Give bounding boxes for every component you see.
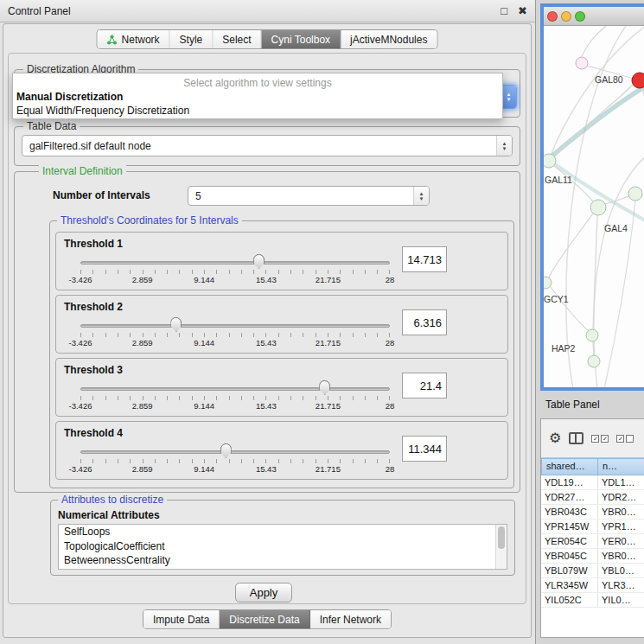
- slider-thumb-icon[interactable]: [253, 254, 265, 269]
- table-cell-name: YBL0…: [598, 564, 644, 577]
- slider-track[interactable]: [80, 450, 390, 454]
- tab-style[interactable]: Style: [170, 30, 214, 48]
- column-visibility-icon[interactable]: [569, 432, 583, 444]
- tab-select[interactable]: Select: [213, 30, 261, 48]
- slider-thumb-icon[interactable]: [220, 443, 232, 458]
- table-cell-name: YBR0…: [598, 549, 644, 563]
- table-rows: YDL19…YDL1…YDR27…YDR2…YBR043CYBR0…YPR145…: [541, 475, 644, 637]
- attribute-list-item[interactable]: BetweennessCentrality: [59, 553, 507, 568]
- network-node[interactable]: [628, 187, 642, 201]
- scale-label: -3.426: [69, 338, 92, 348]
- minimize-traffic-light[interactable]: [561, 11, 571, 22]
- main-tabs: NetworkStyleSelectCyni ToolboxjActiveMNo…: [97, 29, 438, 49]
- scale-label: 9.144: [194, 401, 214, 411]
- tab-network[interactable]: Network: [98, 30, 170, 48]
- threshold-value-field[interactable]: 11.344: [402, 436, 447, 462]
- slider-track[interactable]: [80, 261, 390, 265]
- select-all-columns-icon[interactable]: ✓ ✓: [591, 435, 609, 443]
- scale-label: 2.859: [132, 401, 153, 411]
- threshold-title: Threshold 4: [64, 427, 123, 439]
- tab-cyni-toolbox[interactable]: Cyni Toolbox: [262, 30, 341, 48]
- network-node[interactable]: [576, 57, 588, 69]
- network-graph[interactable]: GAL80GAL11GAL4GCY1HAP2: [544, 26, 644, 387]
- threshold-slider[interactable]: -3.4262.8599.14415.4321.71528: [77, 253, 397, 290]
- number-of-intervals-combobox[interactable]: 5 ▲ ▼: [188, 186, 430, 206]
- scale-label: 21.715: [316, 338, 341, 348]
- slider-thumb-icon[interactable]: [319, 380, 330, 395]
- network-node[interactable]: [590, 200, 606, 215]
- table-cell-shared-name: YBL079W: [541, 564, 598, 577]
- threshold-value-field[interactable]: 21.4: [402, 373, 447, 399]
- threshold-slider[interactable]: -3.4262.8599.14415.4321.71528: [77, 443, 397, 479]
- tab-label: Select: [222, 34, 251, 46]
- slider-track[interactable]: [80, 324, 390, 328]
- table-row[interactable]: YER054CYER0…: [541, 534, 644, 549]
- table-row[interactable]: YDL19…YDL1…: [541, 475, 644, 490]
- network-node[interactable]: [586, 329, 598, 341]
- tab-jactivemnodules[interactable]: jActiveMNodules: [341, 30, 437, 48]
- combobox-stepper-icon[interactable]: ▲ ▼: [496, 136, 512, 156]
- algorithm-option-manual-discretization[interactable]: Manual Discretization: [13, 90, 502, 104]
- table-row[interactable]: YBR045CYBR0…: [541, 549, 644, 564]
- network-window-titlebar[interactable]: [544, 7, 644, 26]
- tab-impute-data[interactable]: Impute Data: [143, 610, 220, 628]
- table-row[interactable]: YLR345WYLR3…: [541, 578, 644, 593]
- scale-label: 9.144: [194, 464, 214, 474]
- node-label-hap2: HAP2: [552, 343, 576, 354]
- threshold-value-field[interactable]: 14.713: [402, 246, 447, 272]
- threshold-slider[interactable]: -3.4262.8599.14415.4321.71528: [77, 316, 397, 353]
- network-canvas[interactable]: GAL80GAL11GAL4GCY1HAP2: [544, 26, 644, 387]
- attribute-list-item[interactable]: SelfLoops: [59, 525, 507, 539]
- combobox-stepper-icon[interactable]: ▲ ▼: [413, 187, 429, 205]
- scrollbar-thumb[interactable]: [498, 526, 505, 549]
- network-node-selected[interactable]: [632, 73, 644, 88]
- algorithm-option-equal-width-frequency-discretization[interactable]: Equal Width/Frequency Discretization: [13, 104, 502, 118]
- table-header-row: shared…n…: [541, 458, 644, 475]
- table-data-combobox[interactable]: galFiltered.sif default node ▲ ▼: [22, 135, 513, 156]
- network-icon: [107, 35, 118, 45]
- slider-track[interactable]: [80, 387, 390, 391]
- settings-gear-icon[interactable]: ⚙: [549, 431, 561, 445]
- slider-thumb-icon[interactable]: [170, 317, 182, 332]
- column-header-shared-name[interactable]: shared…: [541, 458, 598, 475]
- table-row[interactable]: YBL079WYBL0…: [541, 564, 644, 578]
- table-row[interactable]: YPR145WYPR1…: [541, 520, 644, 534]
- scale-label: 9.144: [194, 338, 214, 348]
- stepper-down-icon: ▼: [419, 196, 424, 201]
- network-node[interactable]: [544, 277, 552, 289]
- network-node[interactable]: [544, 154, 556, 168]
- scale-label: 15.43: [256, 338, 277, 348]
- threshold-panel: Threshold 3-3.4262.8599.14415.4321.71528…: [55, 358, 508, 417]
- apply-button[interactable]: Apply: [235, 583, 292, 603]
- scale-label: 9.144: [194, 275, 214, 284]
- control-panel-titlebar[interactable]: Control Panel □ ✖: [0, 0, 535, 22]
- close-traffic-light[interactable]: [547, 11, 558, 22]
- slider-scale-labels: -3.4262.8599.14415.4321.71528: [80, 464, 390, 475]
- table-cell-shared-name: YDR27…: [541, 490, 598, 504]
- table-row[interactable]: YBR043CYBR0…: [541, 505, 644, 520]
- table-cell-shared-name: YPR145W: [541, 520, 598, 533]
- column-header-name[interactable]: n…: [598, 458, 644, 475]
- attributes-scrollbar[interactable]: [495, 525, 507, 569]
- attribute-list-item[interactable]: TopologicalCoefficient: [59, 539, 507, 554]
- close-icon[interactable]: ✖: [518, 4, 527, 17]
- cyni-toolbox-content: Discretization Algorithm ▲ ▼ Select algo…: [8, 53, 526, 604]
- zoom-traffic-light[interactable]: [575, 11, 585, 22]
- scale-label: 21.715: [316, 401, 341, 411]
- slider-ticks: [80, 459, 390, 463]
- threshold-slider[interactable]: -3.4262.8599.14415.4321.71528: [77, 379, 397, 416]
- float-window-icon[interactable]: □: [501, 4, 507, 17]
- slider-track-wrap: -3.4262.8599.14415.4321.71528: [80, 379, 390, 416]
- numerical-attributes-list[interactable]: SelfLoopsTopologicalCoefficientBetweenne…: [58, 524, 507, 570]
- tab-label: Cyni Toolbox: [271, 34, 330, 46]
- tab-label: jActiveMNodules: [350, 34, 427, 46]
- table-row[interactable]: YDR27…YDR2…: [541, 490, 644, 505]
- tab-infer-network[interactable]: Infer Network: [310, 610, 391, 628]
- tab-discretize-data[interactable]: Discretize Data: [220, 610, 309, 628]
- table-row[interactable]: YIL052CYIL0…: [541, 593, 644, 608]
- network-node[interactable]: [588, 355, 600, 367]
- network-view-window[interactable]: GAL80GAL11GAL4GCY1HAP2: [540, 3, 644, 391]
- deselect-all-columns-icon[interactable]: ✓: [616, 435, 634, 443]
- threshold-value-field[interactable]: 6.316: [402, 309, 447, 335]
- table-cell-shared-name: YBR043C: [541, 505, 598, 519]
